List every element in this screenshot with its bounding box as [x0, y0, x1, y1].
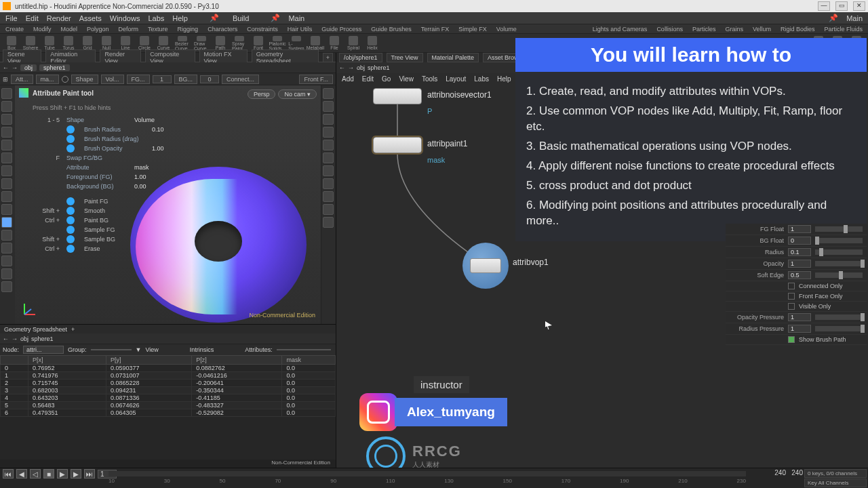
group-input[interactable]	[91, 349, 132, 350]
menu-file[interactable]: File	[5, 14, 18, 22]
tool-icon[interactable]	[1, 204, 12, 215]
maximize-button[interactable]: ▭	[835, 1, 848, 11]
rpress-input[interactable]: 1	[788, 325, 811, 333]
node-input[interactable]: attri...	[23, 346, 64, 354]
shelf-tab[interactable]: Hair Utils	[288, 26, 313, 33]
ma-dropdown[interactable]: ma...	[36, 75, 59, 84]
net-menu-go[interactable]: Go	[382, 75, 391, 83]
connected-checkbox[interactable]	[788, 283, 795, 289]
color-swatch[interactable]	[62, 76, 68, 83]
persp-dropdown[interactable]: Persp	[248, 89, 276, 99]
shelf-dropdown-r[interactable]: Main	[846, 14, 863, 22]
display-icon[interactable]	[323, 191, 334, 202]
display-icon[interactable]	[323, 165, 334, 176]
tool-line[interactable]: Line	[118, 36, 133, 51]
play-rev-button[interactable]: ◁	[30, 469, 41, 479]
tab-network[interactable]: /obj/sphere1	[339, 53, 382, 62]
menu-render[interactable]: Render	[47, 14, 71, 22]
net-menu-labs[interactable]: Labs	[474, 75, 489, 83]
tool-sphere[interactable]: Sphere	[23, 36, 38, 51]
tool-icon[interactable]	[1, 191, 12, 202]
shelf-tab[interactable]: Create	[5, 26, 24, 33]
end-frame-1[interactable]: 240	[774, 469, 786, 476]
opress-slider[interactable]	[815, 314, 863, 320]
fgfloat-slider[interactable]	[815, 226, 863, 232]
net-menu-tools[interactable]: Tools	[422, 75, 437, 83]
tab-add2[interactable]: +	[71, 326, 75, 333]
shelf-tab[interactable]: Collisions	[656, 26, 683, 33]
bgfloat-slider[interactable]	[815, 238, 863, 243]
next-frame-button[interactable]: ▶	[71, 469, 81, 479]
pin-icon-2[interactable]: 📌	[271, 14, 280, 22]
visible-checkbox[interactable]	[788, 303, 795, 310]
key-mode-dropdown[interactable]: Key All Channels	[804, 479, 867, 487]
node-attribpaint[interactable]: attribpaint1 mask	[373, 137, 422, 153]
tool-icon[interactable]	[1, 152, 12, 163]
rotate-tool-icon[interactable]	[1, 114, 12, 125]
attrs-input[interactable]	[277, 349, 331, 350]
shelf-tab[interactable]: Grains	[725, 26, 743, 33]
shelf-tab[interactable]: Polygon	[87, 26, 109, 33]
shelf-tab[interactable]: Guide Process	[321, 26, 361, 33]
pin-icon[interactable]: 📌	[210, 14, 219, 22]
menu-labs[interactable]: Labs	[148, 14, 164, 22]
display-icon[interactable]	[323, 178, 334, 189]
close-button[interactable]: ✕	[853, 1, 865, 11]
scale-tool-icon[interactable]	[1, 127, 12, 138]
tool-file[interactable]: File	[327, 36, 342, 51]
vol-dropdown[interactable]: Vol...	[101, 75, 124, 84]
snap-icon[interactable]: ⊞	[3, 76, 8, 83]
tool-metaball[interactable]: Metaball	[308, 36, 323, 51]
softedge-slider[interactable]	[815, 272, 863, 278]
tab-geosheet2[interactable]: Geometry Spreadsheet	[4, 326, 67, 333]
last-frame-button[interactable]: ⏭	[84, 469, 95, 479]
shelf-tab[interactable]: Guide Brushes	[371, 26, 412, 33]
shelf-tab[interactable]: Terrain FX	[421, 26, 450, 33]
nav-back-icon[interactable]: ←	[3, 336, 9, 342]
shelf-tab[interactable]: Rigid Bodies	[781, 26, 815, 33]
tab-treeview[interactable]: Tree View	[387, 53, 423, 62]
display-icon[interactable]	[323, 88, 334, 99]
softedge-input[interactable]: 0.5	[788, 271, 811, 279]
display-icon[interactable]	[323, 114, 334, 125]
first-frame-button[interactable]: ⏮	[3, 469, 14, 479]
fg-value[interactable]: 1	[153, 75, 172, 83]
shelf-tab[interactable]: Particles	[692, 26, 716, 33]
node-attribvop[interactable]	[462, 243, 509, 289]
shelf-tab[interactable]: Model	[61, 26, 78, 33]
path-type[interactable]: obj	[20, 336, 28, 342]
net-menu-layout[interactable]: Layout	[446, 75, 466, 83]
net-menu-help[interactable]: Help	[497, 75, 511, 83]
tool-icon[interactable]	[1, 165, 12, 176]
bg-value[interactable]: 0	[200, 75, 219, 83]
shelf-tab[interactable]: Rigging	[178, 26, 199, 33]
shelf-tab[interactable]: Modify	[33, 26, 52, 33]
frontface-dropdown[interactable]: Front F...	[299, 75, 333, 84]
menu-windows[interactable]: Windows	[110, 14, 140, 22]
showbrush-checkbox[interactable]	[788, 336, 795, 343]
tool-tube[interactable]: Tube	[42, 36, 57, 51]
spreadsheet-table[interactable]: P[x]P[y]P[z]mask 00.769520.05903770.0882…	[0, 355, 336, 460]
move-tool-icon[interactable]	[1, 101, 12, 112]
filter-icon[interactable]: ▼	[136, 346, 142, 353]
connect-dropdown[interactable]: Connect...	[222, 75, 259, 84]
path-type[interactable]: obj	[20, 64, 37, 71]
nav-fwd-icon[interactable]: →	[12, 64, 18, 71]
shelf-tab[interactable]: Lights and Cameras	[593, 26, 648, 33]
path-node[interactable]: sphere1	[31, 336, 54, 342]
opress-input[interactable]: 1	[788, 313, 811, 321]
display-icon[interactable]	[323, 152, 334, 163]
radius-input[interactable]: 0.1	[788, 248, 811, 256]
fg-dropdown[interactable]: FG...	[127, 75, 150, 84]
display-icon[interactable]	[323, 140, 334, 150]
opacity-input[interactable]: 1	[788, 260, 811, 268]
tab-add[interactable]: +	[323, 53, 333, 62]
tool-font[interactable]: Font	[251, 36, 266, 51]
nav-fwd-icon[interactable]: →	[348, 64, 354, 71]
tool-icon[interactable]	[1, 178, 12, 189]
menu-assets[interactable]: Assets	[79, 14, 102, 22]
display-icon[interactable]	[323, 101, 334, 112]
tool-icon[interactable]	[1, 230, 12, 241]
timeline-track[interactable]	[108, 471, 746, 476]
tool-drawcurve[interactable]: Draw Curve	[194, 36, 209, 51]
